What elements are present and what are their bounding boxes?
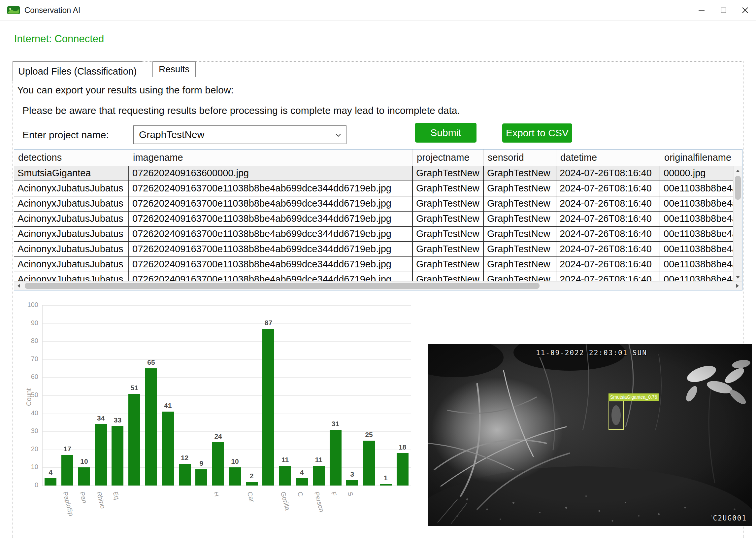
table-row[interactable]: AcinonyxJubatusJubatus0726202409163700e1… bbox=[14, 242, 733, 257]
scroll-right-icon[interactable] bbox=[733, 282, 741, 290]
chart-bar[interactable] bbox=[397, 453, 409, 486]
tab-upload-files[interactable]: Upload Files (Classification) bbox=[13, 61, 142, 81]
chart-bar[interactable] bbox=[313, 466, 325, 486]
chart-bar[interactable] bbox=[78, 467, 90, 486]
chart-bar[interactable] bbox=[229, 467, 241, 486]
chart-bar[interactable] bbox=[45, 478, 56, 486]
chart-bar[interactable] bbox=[128, 394, 140, 486]
table-cell: 2024-07-26T08:16:40 bbox=[556, 166, 660, 181]
table-header-row: detectionsimagenameprojectnamesensoridda… bbox=[14, 149, 742, 166]
app-window: Conservation AI Internet: Connected Uplo… bbox=[0, 0, 756, 538]
table-cell: 00000.jpg bbox=[660, 166, 733, 181]
scroll-up-icon[interactable] bbox=[733, 167, 742, 175]
column-header-datetime[interactable]: datetime bbox=[556, 149, 660, 166]
chart-bar[interactable] bbox=[246, 482, 258, 486]
x-axis-tick-label: H bbox=[212, 491, 221, 497]
window-controls bbox=[691, 0, 756, 21]
table-cell: GraphTestNew bbox=[413, 212, 484, 226]
column-header-detections[interactable]: detections bbox=[14, 149, 129, 166]
internet-status: Internet: Connected bbox=[14, 33, 104, 45]
table-cell: 2024-07-26T08:16:40 bbox=[556, 272, 660, 282]
close-icon bbox=[742, 7, 748, 14]
camera-trap-image: 11-09-2022 22:03:01 SUN C2UG001 SmutsiaG… bbox=[428, 344, 752, 526]
x-axis-tick-label: Rhino bbox=[95, 491, 107, 509]
table-cell: GraphTestNew bbox=[484, 196, 556, 211]
horizontal-scroll-thumb[interactable] bbox=[25, 283, 539, 289]
chart-bar[interactable] bbox=[363, 441, 375, 486]
chart-bar[interactable] bbox=[330, 430, 341, 486]
y-axis-tick-label: 0 bbox=[20, 481, 38, 489]
vertical-scroll-thumb[interactable] bbox=[735, 176, 741, 200]
table-cell: 00e11038b8be4ab699dce344dd6719eb.jpg bbox=[660, 181, 733, 196]
chart-bar[interactable] bbox=[380, 484, 392, 486]
chart-bar[interactable] bbox=[61, 455, 73, 486]
table-row[interactable]: AcinonyxJubatusJubatus0726202409163700e1… bbox=[14, 212, 733, 227]
chart-bar[interactable] bbox=[346, 480, 358, 486]
column-header-projectname[interactable]: projectname bbox=[413, 149, 484, 166]
table-cell: AcinonyxJubatusJubatus bbox=[14, 242, 129, 256]
column-header-originalfilename[interactable]: originalfilename bbox=[660, 149, 742, 166]
column-header-imagename[interactable]: imagename bbox=[129, 149, 413, 166]
maximize-button[interactable] bbox=[712, 0, 734, 21]
minimize-button[interactable] bbox=[691, 0, 712, 21]
camera-timestamp: 11-09-2022 22:03:01 SUN bbox=[536, 349, 647, 357]
bar-value-label: 10 bbox=[76, 457, 93, 465]
table-cell: 00e11038b8be4ab699dce344dd6719eb.jpg bbox=[660, 257, 733, 272]
bar-value-label: 18 bbox=[394, 443, 411, 451]
chart-bar[interactable] bbox=[195, 469, 207, 486]
table-cell: GraphTestNew bbox=[413, 257, 484, 272]
table-cell: 0726202409163700e11038b8be4ab699dce344dd… bbox=[129, 242, 413, 256]
column-header-sensorid[interactable]: sensorid bbox=[484, 149, 556, 166]
chart-bar[interactable] bbox=[279, 466, 291, 486]
table-cell: 00e11038b8be4ab699dce344dd6719eb.jpg bbox=[660, 196, 733, 211]
detection-bounding-box: SmutsiaGigantea_0.76 bbox=[609, 401, 624, 430]
submit-button[interactable]: Submit bbox=[415, 123, 477, 142]
bar-value-label: 1 bbox=[377, 474, 394, 482]
maximize-icon bbox=[721, 8, 726, 13]
y-axis-title: Count bbox=[25, 389, 33, 406]
table-cell: 2024-07-26T08:16:40 bbox=[556, 242, 660, 256]
chart-bar[interactable] bbox=[179, 464, 191, 486]
close-button[interactable] bbox=[734, 0, 756, 21]
horizontal-scrollbar[interactable] bbox=[14, 281, 742, 290]
scroll-left-icon[interactable] bbox=[15, 282, 24, 290]
table-row[interactable]: AcinonyxJubatusJubatus0726202409163700e1… bbox=[14, 257, 733, 272]
chart-bar[interactable] bbox=[296, 478, 308, 486]
table-cell: GraphTestNew bbox=[484, 242, 556, 256]
x-axis-tick-label: Person bbox=[313, 491, 326, 513]
export-csv-button[interactable]: Export to CSV bbox=[502, 124, 572, 142]
y-axis-tick-label: 40 bbox=[20, 409, 38, 417]
table-row[interactable]: AcinonyxJubatusJubatus0726202409163700e1… bbox=[14, 181, 733, 196]
chart-bar[interactable] bbox=[95, 424, 107, 486]
minimize-icon bbox=[699, 10, 705, 11]
scroll-down-icon[interactable] bbox=[733, 273, 742, 282]
chart-bar[interactable] bbox=[162, 411, 174, 486]
table-row[interactable]: AcinonyxJubatusJubatus0726202409163700e1… bbox=[14, 227, 733, 242]
y-axis-tick-label: 30 bbox=[20, 427, 38, 435]
project-name-select[interactable]: GraphTestNew bbox=[133, 126, 346, 144]
bar-value-label: 12 bbox=[176, 454, 193, 462]
table-cell: 0726202409163700e11038b8be4ab699dce344dd… bbox=[129, 227, 413, 241]
tab-results[interactable]: Results bbox=[152, 61, 196, 77]
detection-label: SmutsiaGigantea_0.76 bbox=[609, 394, 659, 401]
x-axis-tick-label: F bbox=[329, 491, 337, 497]
camera-scene bbox=[428, 344, 752, 526]
table-row[interactable]: AcinonyxJubatusJubatus0726202409163700e1… bbox=[14, 272, 733, 282]
bar-value-label: 51 bbox=[126, 384, 143, 392]
x-axis-tick-label: S bbox=[346, 491, 355, 497]
bar-value-label: 4 bbox=[42, 468, 59, 476]
table-cell: GraphTestNew bbox=[484, 181, 556, 196]
chart-bar[interactable] bbox=[112, 426, 124, 486]
chart-bar[interactable] bbox=[212, 442, 224, 486]
x-axis-tick-label: Car bbox=[245, 491, 256, 503]
chart-gridline bbox=[42, 413, 411, 414]
vertical-scrollbar[interactable] bbox=[733, 166, 742, 282]
table-row[interactable]: SmutsiaGigantea0726202409163600000.jpgGr… bbox=[14, 166, 733, 181]
x-axis-tick-label: Pan bbox=[78, 491, 88, 504]
table-cell: GraphTestNew bbox=[413, 166, 484, 181]
chart-bar[interactable] bbox=[262, 329, 274, 486]
table-cell: SmutsiaGigantea bbox=[14, 166, 129, 181]
table-row[interactable]: AcinonyxJubatusJubatus0726202409163700e1… bbox=[14, 196, 733, 212]
y-axis-tick-label: 70 bbox=[20, 355, 38, 363]
chart-bar[interactable] bbox=[145, 368, 157, 486]
